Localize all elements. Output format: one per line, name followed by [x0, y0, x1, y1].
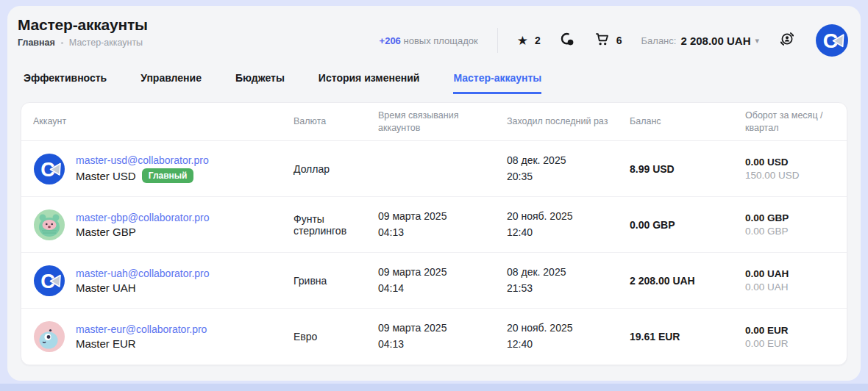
last-seen-date: 08 дек. 2025	[507, 153, 630, 169]
balance-cell: 2 208.00 UAH	[630, 275, 745, 287]
page-title: Мастер-аккаунты	[18, 16, 148, 34]
last-seen-cell: 20 нояб. 2025 12:40	[507, 320, 630, 352]
account-cell: master-gbp@collaborator.pro Master GBP	[33, 209, 294, 241]
tab-bar: ЭффективностьУправлениеБюджетыИстория из…	[7, 57, 861, 94]
turnover-quarter: 0.00 EUR	[745, 338, 835, 349]
table-row[interactable]: master-eur@collaborator.pro Master EUR Е…	[21, 309, 847, 365]
breadcrumb-home[interactable]: Главная	[18, 37, 55, 48]
linked-time: 04:14	[378, 281, 507, 297]
balance-cell: 8.99 USD	[630, 163, 745, 175]
main-account-badge: Главный	[142, 168, 194, 183]
account-email-link[interactable]: master-usd@collaborator.pro	[76, 154, 209, 166]
accounts-table: АккаунтВалютаВремя связывания аккаунтовЗ…	[21, 102, 847, 365]
header-divider	[497, 28, 498, 53]
linked-date: 09 марта 2025	[378, 265, 507, 281]
last-seen-time: 20:35	[507, 169, 630, 185]
breadcrumb-separator	[61, 42, 63, 44]
last-seen-cell: 08 дек. 2025 21:53	[507, 265, 630, 296]
turnover-month: 0.00 GBP	[745, 212, 835, 223]
collaborator-logo[interactable]: C	[815, 24, 849, 57]
balance-label: Баланс:	[641, 35, 677, 46]
account-info: master-uah@collaborator.pro Master UAH	[76, 268, 210, 294]
favorites-count: 2	[535, 35, 541, 46]
tab-2[interactable]: Бюджеты	[235, 72, 285, 94]
account-switch-button[interactable]	[778, 30, 796, 51]
breadcrumb: Главная Мастер-аккаунты	[18, 37, 148, 48]
last-seen-date: 20 нояб. 2025	[507, 320, 630, 337]
account-name: Master USD	[76, 170, 136, 182]
account-cell: C master-uah@collaborator.pro Master UAH	[33, 265, 294, 297]
last-seen-date: 08 дек. 2025	[507, 265, 630, 281]
table-body: C master-usd@collaborator.pro Master USD…	[21, 141, 847, 365]
column-header-1: Валюта	[294, 115, 378, 128]
turnover-quarter: 0.00 UAH	[745, 281, 835, 293]
cart-button[interactable]: 6	[594, 32, 622, 50]
account-email-link[interactable]: master-gbp@collaborator.pro	[76, 212, 210, 223]
star-icon: ★	[517, 35, 528, 47]
column-header-5: Оборот за месяц / квартал	[745, 110, 835, 134]
tab-3[interactable]: История изменений	[319, 72, 420, 94]
account-email-link[interactable]: master-uah@collaborator.pro	[76, 268, 210, 279]
account-email-link[interactable]: master-eur@collaborator.pro	[76, 323, 207, 335]
account-avatar: C	[33, 153, 65, 185]
turnover-quarter: 0.00 GBP	[745, 226, 835, 237]
page-header: Мастер-аккаунты Главная Мастер-аккаунты …	[7, 6, 861, 57]
chat-icon	[560, 32, 575, 50]
last-seen-cell: 08 дек. 2025 20:35	[507, 153, 630, 184]
account-cell: master-eur@collaborator.pro Master EUR	[33, 320, 294, 353]
account-info: master-gbp@collaborator.pro Master GBP	[76, 212, 210, 238]
currency-cell: Евро	[294, 331, 378, 342]
balance-cell: 19.61 EUR	[630, 331, 745, 342]
table-row[interactable]: C master-usd@collaborator.pro Master USD…	[21, 141, 847, 197]
linked-time-cell: 09 марта 2025 04:13	[378, 209, 507, 240]
tab-4[interactable]: Мастер-аккаунты	[453, 72, 541, 94]
new-platforms-link[interactable]: +206 новых площадок	[380, 35, 478, 46]
chevron-down-icon: ▾	[755, 36, 759, 46]
balance-cell: 0.00 GBP	[630, 219, 745, 231]
account-name: Master EUR	[76, 337, 136, 350]
tab-1[interactable]: Управление	[140, 72, 202, 94]
table-row[interactable]: master-gbp@collaborator.pro Master GBP Ф…	[21, 197, 847, 253]
messages-button[interactable]	[560, 32, 575, 50]
header-actions: +206 новых площадок ★ 2	[380, 16, 849, 57]
linked-date: 09 марта 2025	[378, 320, 507, 337]
new-platforms-label: новых площадок	[403, 35, 477, 46]
turnover-cell: 0.00 GBP 0.00 GBP	[745, 212, 835, 237]
table-row[interactable]: C master-uah@collaborator.pro Master UAH…	[21, 253, 847, 309]
account-name: Master UAH	[76, 281, 136, 294]
turnover-month: 0.00 UAH	[745, 268, 835, 279]
account-cell: C master-usd@collaborator.pro Master USD…	[33, 153, 294, 185]
column-header-2: Время связывания аккаунтов	[378, 110, 507, 134]
turnover-month: 0.00 EUR	[745, 325, 835, 336]
last-seen-time: 12:40	[507, 225, 630, 241]
currency-cell: Доллар	[294, 163, 378, 175]
last-seen-time: 21:53	[507, 281, 630, 297]
cart-icon	[594, 32, 610, 50]
account-avatar: C	[33, 265, 65, 297]
tab-0[interactable]: Эффективность	[24, 72, 107, 94]
linked-time-cell: 09 марта 2025 04:14	[378, 265, 507, 296]
page-edge	[0, 384, 868, 391]
balance-dropdown[interactable]: Баланс: 2 208.00 UAH ▾	[641, 35, 759, 47]
breadcrumb-current: Мастер-аккаунты	[69, 37, 143, 48]
turnover-month: 0.00 USD	[745, 157, 835, 168]
last-seen-date: 20 нояб. 2025	[507, 209, 630, 225]
account-switch-icon	[778, 30, 796, 51]
currency-cell: Фунты стерлингов	[294, 213, 378, 237]
turnover-cell: 0.00 USD 150.00 USD	[745, 157, 835, 181]
cart-count: 6	[616, 35, 622, 46]
account-avatar	[33, 209, 65, 241]
account-avatar	[33, 320, 65, 353]
last-seen-cell: 20 нояб. 2025 12:40	[507, 209, 630, 240]
new-platforms-count: +206	[380, 35, 401, 46]
column-header-4: Баланс	[630, 115, 745, 128]
last-seen-time: 12:40	[507, 337, 630, 353]
turnover-cell: 0.00 EUR 0.00 EUR	[745, 325, 835, 349]
account-info: master-usd@collaborator.pro Master USD Г…	[76, 154, 209, 183]
currency-cell: Гривна	[294, 275, 378, 287]
favorites-button[interactable]: ★ 2	[517, 35, 541, 47]
title-block: Мастер-аккаунты Главная Мастер-аккаунты	[18, 16, 148, 48]
turnover-cell: 0.00 UAH 0.00 UAH	[745, 268, 835, 293]
account-name: Master GBP	[76, 226, 136, 238]
linked-time: 04:13	[378, 337, 507, 353]
